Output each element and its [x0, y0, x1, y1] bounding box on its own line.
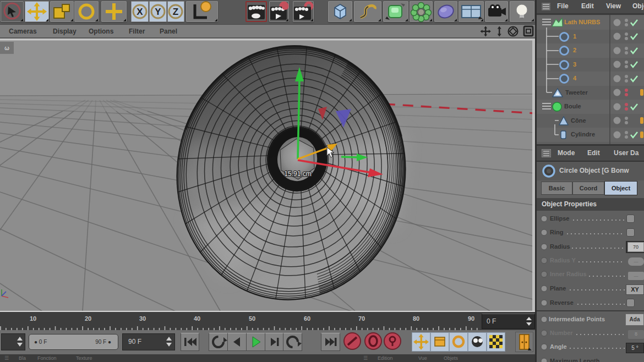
svg-text:Z: Z	[173, 7, 178, 17]
svg-text:15.91 cm: 15.91 cm	[284, 170, 311, 178]
svg-text:X: X	[137, 7, 143, 17]
svg-text:Y: Y	[155, 7, 161, 17]
